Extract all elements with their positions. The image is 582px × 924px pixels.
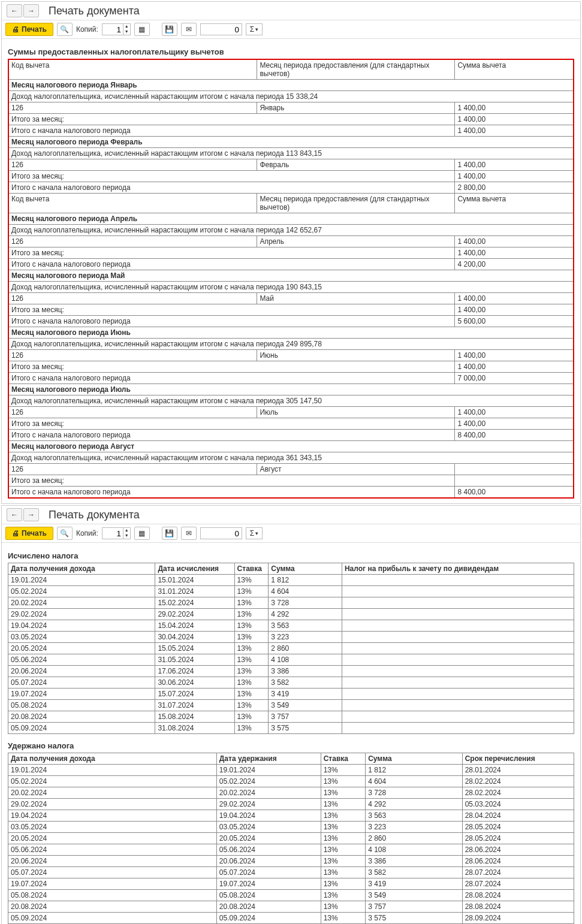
back-button[interactable]: ← — [7, 508, 22, 521]
month-total-label: Итого за месяц: — [8, 418, 455, 430]
col-code: Код вычета — [8, 59, 257, 80]
table-row: 05.02.202431.01.202413%4 604 — [8, 586, 574, 597]
month-header: Месяц налогового периода Май — [8, 270, 574, 282]
table-row: 19.07.202419.07.202413%3 41928.07.2024 — [8, 878, 574, 890]
table-row: 20.02.202420.02.202413%3 72828.02.2024 — [8, 787, 574, 799]
mail-button[interactable]: ✉ — [181, 23, 197, 36]
deduct-code: 126 — [8, 407, 257, 418]
deduct-month: Февраль — [257, 159, 455, 171]
col-sum: Сумма вычета — [455, 194, 574, 213]
deduct-code: 126 — [8, 293, 257, 304]
preview-button[interactable]: 🔍 — [57, 527, 73, 540]
copies-input[interactable] — [102, 527, 123, 539]
income-row: Доход налогоплательщика, исчисленный нар… — [8, 395, 574, 407]
preview-button[interactable]: 🔍 — [57, 23, 73, 36]
month-total-label: Итого за месяц: — [8, 475, 455, 487]
window-title: Печать документа — [49, 5, 140, 17]
period-total-value: 4 200,00 — [455, 259, 574, 270]
period-total-label: Итого с начала налогового периода — [8, 373, 455, 384]
deduct-month: Июнь — [257, 350, 455, 361]
table-row: 05.06.202405.06.202413%4 10828.06.2024 — [8, 844, 574, 856]
period-total-label: Итого с начала налогового периода — [8, 487, 455, 499]
month-total-label: Итого за месяц: — [8, 304, 455, 316]
deduct-month: Июль — [257, 407, 455, 418]
copies-spinner[interactable]: ▲▼ — [102, 527, 131, 539]
page-field[interactable] — [200, 527, 242, 539]
print-button[interactable]: 🖨 Печать — [5, 23, 53, 36]
table-row: 20.02.202415.02.202413%3 728 — [8, 597, 574, 609]
print-window-1: ← → Печать документа 🖨 Печать 🔍 Копий: ▲… — [1, 1, 581, 504]
table-row: 03.05.202430.04.202413%3 223 — [8, 632, 574, 643]
month-header: Месяц налогового периода Июль — [8, 384, 574, 395]
income-row: Доход налогоплательщика, исчисленный нар… — [8, 339, 574, 350]
table-row: 20.05.202415.05.202413%2 860 — [8, 643, 574, 654]
period-total-label: Итого с начала налогового периода — [8, 259, 455, 270]
deduct-amount: 1 400,00 — [455, 293, 574, 304]
table-row: 05.06.202431.05.202413%4 108 — [8, 654, 574, 666]
print-button[interactable]: 🖨 Печать — [5, 527, 53, 540]
window-header-2: ← → Печать документа — [2, 506, 580, 524]
deduct-code: 126 — [8, 236, 257, 247]
floppy-icon: 💾 — [165, 529, 174, 538]
table-row: 05.02.202405.02.202413%4 60428.02.2024 — [8, 776, 574, 787]
table-row: 29.02.202429.02.202413%4 292 — [8, 609, 574, 620]
copies-label: Копий: — [76, 529, 98, 538]
sigma-button[interactable]: Σ▾ — [246, 23, 263, 35]
envelope-icon: ✉ — [186, 25, 192, 34]
table-row: 19.07.202415.07.202413%3 419 — [8, 689, 574, 700]
copies-input[interactable] — [102, 23, 123, 35]
table-row: 29.02.202429.02.202413%4 29205.03.2024 — [8, 799, 574, 810]
deduct-month: Январь — [257, 102, 455, 114]
table-row: 19.01.202415.01.202413%1 812 — [8, 575, 574, 586]
deductions-table: Код вычетаМесяц периода предоставления (… — [8, 59, 574, 499]
sigma-button[interactable]: Σ▾ — [246, 527, 263, 539]
save-button[interactable]: 💾 — [162, 527, 177, 540]
deduct-code: 126 — [8, 464, 257, 475]
period-total-label: Итого с начала налогового периода — [8, 316, 455, 327]
table-row: 19.04.202415.04.202413%3 563 — [8, 620, 574, 632]
forward-button[interactable]: → — [23, 508, 39, 521]
deduct-month: Апрель — [257, 236, 455, 247]
table-row: 20.08.202420.08.202413%3 75728.08.2024 — [8, 901, 574, 913]
back-button[interactable]: ← — [7, 4, 22, 17]
printer-icon: 🖨 — [12, 25, 19, 34]
col-month: Месяц периода предоставления (для станда… — [257, 194, 455, 213]
col-month: Месяц периода предоставления (для станда… — [257, 59, 455, 80]
table-row: 20.06.202420.06.202413%3 38628.06.2024 — [8, 856, 574, 867]
settings-button[interactable]: ▦ — [134, 23, 150, 36]
period-total-value: 8 400,00 — [455, 487, 574, 499]
table-row: 20.06.202417.06.202413%3 386 — [8, 666, 574, 677]
table-row: 05.08.202431.07.202413%3 549 — [8, 700, 574, 711]
month-total-label: Итого за месяц: — [8, 114, 455, 125]
page-field[interactable] — [200, 23, 242, 35]
income-row: Доход налогоплательщика, исчисленный нар… — [8, 91, 574, 102]
income-row: Доход налогоплательщика, исчисленный нар… — [8, 148, 574, 159]
month-total-label: Итого за месяц: — [8, 361, 455, 373]
forward-button[interactable]: → — [23, 4, 39, 17]
month-total-value — [455, 475, 574, 487]
deduct-amount: 1 400,00 — [455, 350, 574, 361]
table-row: 05.09.202405.09.202413%3 57528.09.2024 — [8, 913, 574, 924]
month-total-value: 1 400,00 — [455, 247, 574, 259]
floppy-icon: 💾 — [165, 25, 174, 34]
deduct-month: Май — [257, 293, 455, 304]
deduct-code: 126 — [8, 102, 257, 114]
grid-icon: ▦ — [138, 529, 145, 538]
save-button[interactable]: 💾 — [162, 23, 177, 36]
table-row: 05.08.202405.08.202413%3 54928.08.2024 — [8, 890, 574, 901]
table-row: 20.08.202415.08.202413%3 757 — [8, 711, 574, 723]
printer-icon: 🖨 — [12, 529, 19, 538]
month-total-value: 1 400,00 — [455, 304, 574, 316]
mail-button[interactable]: ✉ — [181, 527, 197, 540]
table-row: 05.07.202405.07.202413%3 58228.07.2024 — [8, 867, 574, 878]
toolbar: 🖨 Печать 🔍 Копий: ▲▼ ▦ 💾 ✉ Σ▾ — [2, 20, 580, 39]
print-window-2: ← → Печать документа 🖨 Печать 🔍 Копий: ▲… — [1, 505, 581, 924]
table-row: 05.09.202431.08.202413%3 575 — [8, 723, 574, 734]
grid-icon: ▦ — [138, 25, 145, 34]
settings-button[interactable]: ▦ — [134, 527, 150, 540]
col-sum: Сумма вычета — [455, 59, 574, 80]
copies-spinner[interactable]: ▲▼ — [102, 23, 131, 35]
period-total-value: 8 400,00 — [455, 430, 574, 441]
period-total-value: 5 600,00 — [455, 316, 574, 327]
envelope-icon: ✉ — [186, 529, 192, 538]
